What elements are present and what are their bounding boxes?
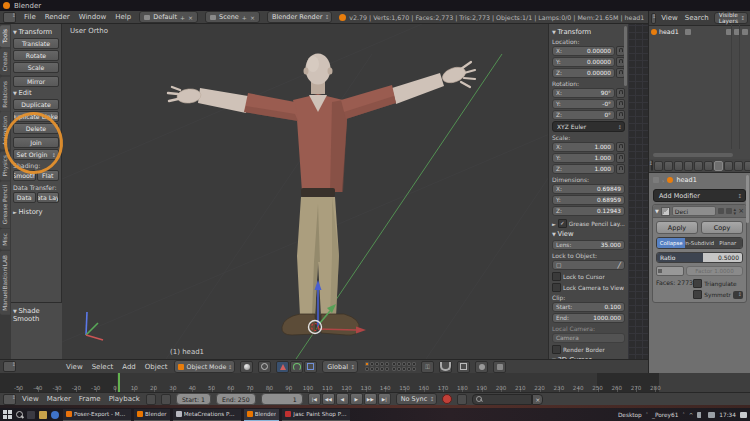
layer-dot[interactable] — [380, 367, 384, 371]
editor-type-icon[interactable] — [3, 12, 16, 23]
screen-layout-selector[interactable]: Default + × — [139, 11, 198, 23]
volume-icon[interactable] — [708, 412, 715, 418]
lock-layers-icon[interactable]: ⚿ — [421, 361, 434, 373]
symmetry-row[interactable]: Symmetr — [693, 290, 743, 299]
tab-world-icon[interactable] — [684, 161, 693, 171]
render-border-checkbox[interactable] — [552, 345, 561, 354]
delete-layout-icon[interactable]: × — [188, 14, 193, 21]
layer-dot[interactable] — [385, 362, 389, 366]
editor-type-icon[interactable] — [3, 361, 16, 372]
layer-dot[interactable] — [412, 362, 416, 366]
rotation-mode-dropdown[interactable]: XYZ Euler — [552, 121, 625, 132]
playback-button-5[interactable]: ▶| — [378, 393, 391, 405]
apply-button[interactable]: Apply — [656, 221, 698, 234]
lock-icon[interactable] — [616, 88, 625, 98]
location-y-field[interactable]: Y:0.00000 — [552, 57, 615, 67]
frame-end-field[interactable]: End: 250 — [216, 393, 256, 405]
playback-button-0[interactable]: |◀ — [308, 393, 321, 405]
viewport-3d[interactable]: User Ortho (1) head1 Transform Location:… — [62, 24, 648, 359]
eyedropper-icon[interactable]: ╱ — [618, 262, 622, 268]
menu-add[interactable]: Add — [121, 363, 137, 371]
triangulate-row[interactable]: Triangulate — [693, 279, 743, 288]
layer-dot[interactable] — [402, 367, 406, 371]
lock-icon[interactable] — [616, 99, 625, 109]
scene-selector[interactable]: Scene + × — [205, 11, 260, 23]
file-explorer-icon[interactable] — [39, 411, 47, 419]
delete-scene-icon[interactable]: × — [250, 14, 255, 21]
menu-search[interactable]: Search — [684, 14, 710, 22]
mode-planar-button[interactable]: Planar — [714, 238, 742, 248]
task-button-metacreations-poser[interactable]: MetaCreations Poser — [173, 409, 241, 421]
auto-keyframe-icon[interactable] — [161, 394, 171, 405]
duplicate-linked-button[interactable]: Duplicate Linked — [13, 111, 59, 122]
transform-orientation-selector[interactable]: Global — [322, 360, 358, 373]
menu-view[interactable]: View — [21, 395, 40, 403]
layer-dot[interactable] — [407, 367, 411, 371]
rotation-x-field[interactable]: X:90° — [552, 88, 615, 98]
shelf-tab-manuelbastionilab[interactable]: ManuelBastioniLAB — [0, 251, 10, 315]
grease-pencil-panel-header[interactable]: Grease Pencil Lay... — [552, 219, 625, 228]
record-button[interactable] — [442, 394, 452, 404]
keying-set-field[interactable] — [472, 394, 532, 405]
tab-texture-icon[interactable] — [744, 161, 750, 171]
shelf-tab-relations[interactable]: Relations — [0, 77, 10, 112]
n-panel-scrollbar[interactable] — [624, 26, 627, 86]
rotate-button[interactable]: Rotate — [13, 50, 59, 61]
layer-dot[interactable] — [392, 367, 396, 371]
viewport-shading-selector[interactable] — [240, 361, 253, 373]
tray-desktop-label[interactable]: Desktop — [618, 412, 642, 418]
restrict-render-icon[interactable] — [742, 29, 748, 35]
playback-button-3[interactable]: ▶ — [350, 393, 363, 405]
tab-render-icon[interactable] — [654, 161, 663, 171]
clip-end-field[interactable]: End: 1000.000 — [552, 313, 625, 323]
task-button-blender[interactable]: Blender — [134, 409, 170, 421]
shelf-tab-create[interactable]: Create — [0, 48, 10, 75]
opengl-render-icon[interactable] — [475, 361, 488, 373]
scale-manipulator-toggle[interactable] — [304, 361, 317, 373]
lens-field[interactable]: Lens: 35.000 — [552, 240, 625, 250]
copy-button[interactable]: Copy — [701, 221, 743, 234]
frame-start-field[interactable]: Start: 1 — [176, 393, 211, 405]
character-model[interactable] — [168, 54, 475, 336]
shade-flat-button[interactable]: Flat — [37, 170, 60, 181]
opengl-render-anim-icon[interactable] — [493, 361, 506, 373]
dimension-y-field[interactable]: Y:0.68959 — [552, 195, 625, 205]
task-button-jasc-paint-shop-pro[interactable]: Jasc Paint Shop Pro... — [282, 409, 350, 421]
outliner-scrollbar[interactable] — [653, 153, 733, 157]
scale-y-field[interactable]: Y:1.000 — [552, 153, 615, 163]
tab-modifiers-icon[interactable] — [714, 161, 723, 171]
ratio-slider[interactable]: Ratio 0.5000 — [656, 252, 743, 263]
editor-type-icon[interactable] — [3, 394, 16, 405]
symmetry-axis-dropdown[interactable] — [733, 291, 743, 299]
dimension-z-field[interactable]: Z:0.12943 — [552, 206, 625, 216]
tray-chevron-icon[interactable]: ^ — [689, 412, 694, 418]
layer-dot[interactable] — [392, 362, 396, 366]
viewport-visibility-icon[interactable] — [726, 208, 732, 214]
history-panel-header[interactable]: History — [13, 208, 59, 216]
render-visibility-icon[interactable] — [718, 208, 724, 214]
layer-dot[interactable] — [370, 362, 374, 366]
lock-camera-row[interactable]: Lock Camera to View — [552, 283, 625, 292]
playback-button-2[interactable]: ◀ — [336, 393, 349, 405]
editor-type-icon[interactable] — [651, 13, 656, 24]
start-button[interactable] — [3, 410, 12, 419]
menu-help[interactable]: Help — [114, 13, 132, 21]
join-button[interactable]: Join — [13, 137, 59, 148]
audio-sync-selector[interactable]: No Sync — [396, 393, 438, 405]
edit-panel-header[interactable]: Edit — [13, 89, 59, 97]
menu-select[interactable]: Select — [91, 363, 115, 371]
view-panel-header[interactable]: View — [552, 230, 625, 238]
scale-x-field[interactable]: X:1.000 — [552, 142, 615, 152]
scale-z-field[interactable]: Z:1.000 — [552, 164, 615, 174]
pivot-point-selector[interactable] — [258, 361, 271, 373]
tab-render-layers-icon[interactable] — [664, 161, 673, 171]
expand-icon[interactable] — [655, 208, 659, 214]
menu-object[interactable]: Object — [144, 363, 169, 371]
current-frame-field[interactable]: 1 — [261, 393, 303, 405]
outliner-display-mode[interactable]: Visible Layers — [714, 12, 748, 24]
task-button-blender[interactable]: Blender — [244, 409, 280, 421]
shelf-tab-grease-pencil[interactable]: Grease Pencil — [0, 181, 10, 228]
tab-object-icon[interactable] — [694, 161, 703, 171]
data-button[interactable]: Data — [13, 192, 36, 203]
lock-icon[interactable] — [616, 164, 625, 174]
